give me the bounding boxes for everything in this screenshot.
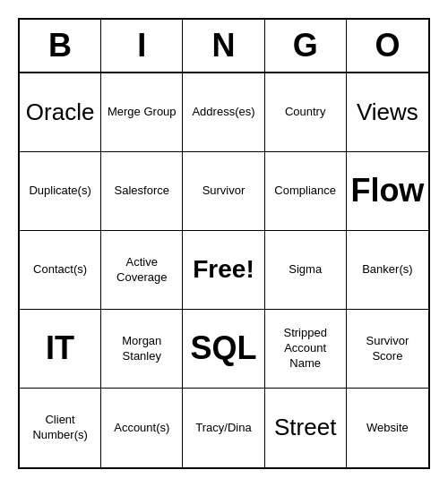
bingo-cell: Views — [347, 73, 428, 152]
bingo-cell: Client Number(s) — [20, 389, 101, 467]
bingo-cell: Compliance — [265, 152, 347, 231]
bingo-cell: Account(s) — [101, 389, 183, 467]
bingo-cell: Banker(s) — [347, 231, 428, 310]
header-letter: B — [20, 20, 101, 72]
header-letter: O — [347, 20, 428, 72]
bingo-cell: Morgan Stanley — [101, 310, 183, 389]
bingo-grid: OracleMerge GroupAddress(es)CountryViews… — [20, 73, 428, 467]
bingo-cell: Duplicate(s) — [20, 152, 101, 231]
bingo-cell: Contact(s) — [20, 231, 101, 310]
bingo-cell: Country — [265, 73, 347, 152]
header-letter: I — [101, 20, 183, 72]
bingo-cell: Oracle — [20, 73, 101, 152]
bingo-cell: SQL — [183, 310, 264, 389]
header-letter: G — [265, 20, 347, 72]
bingo-cell: Free! — [183, 231, 264, 310]
header-letter: N — [183, 20, 264, 72]
bingo-cell: Address(es) — [183, 73, 264, 152]
bingo-card: BINGO OracleMerge GroupAddress(es)Countr… — [18, 18, 430, 469]
bingo-cell: Salesforce — [101, 152, 183, 231]
bingo-cell: Active Coverage — [101, 231, 183, 310]
bingo-cell: Street — [265, 389, 347, 467]
bingo-cell: Stripped Account Name — [265, 310, 347, 389]
bingo-header: BINGO — [20, 20, 428, 73]
bingo-cell: Survivor — [183, 152, 264, 231]
bingo-cell: Tracy/Dina — [183, 389, 264, 467]
bingo-cell: Flow — [347, 152, 428, 231]
bingo-cell: Survivor Score — [347, 310, 428, 389]
bingo-cell: Merge Group — [101, 73, 183, 152]
bingo-cell: Website — [347, 389, 428, 467]
bingo-cell: Sigma — [265, 231, 347, 310]
bingo-cell: IT — [20, 310, 101, 389]
